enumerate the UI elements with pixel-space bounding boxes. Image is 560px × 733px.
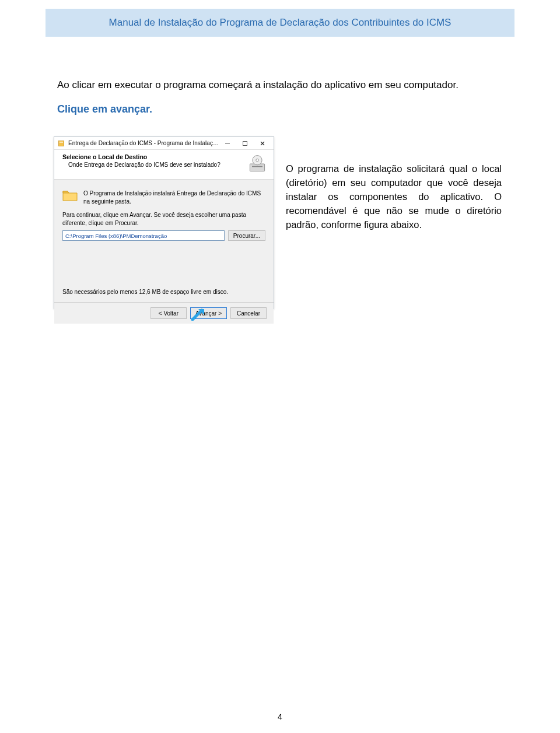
page-number: 4: [278, 712, 282, 721]
disk-space-note: São necessários pelo menos 12,6 MB de es…: [62, 289, 265, 295]
intro-line-2: Clique em avançar.: [57, 102, 152, 117]
svg-rect-1: [60, 142, 63, 143]
cancel-button[interactable]: Cancelar: [230, 307, 267, 319]
back-button[interactable]: < Voltar: [150, 307, 187, 319]
window-close-button[interactable]: [254, 138, 271, 149]
window-minimize-button[interactable]: [219, 138, 236, 149]
svg-rect-0: [59, 141, 64, 146]
intro-line-1: Ao clicar em executar o programa começar…: [57, 78, 506, 92]
browse-button[interactable]: Procurar...: [228, 230, 265, 241]
side-paragraph: O programa de instalação solicitará qual…: [286, 162, 502, 232]
document-header-title: Manual de Instalação do Programa de Decl…: [109, 17, 452, 29]
svg-rect-3: [243, 141, 247, 145]
dialog-titlebar[interactable]: Entrega de Declaração do ICMS - Programa…: [54, 137, 274, 150]
document-header: Manual de Instalação do Programa de Decl…: [46, 9, 514, 37]
dialog-header-subtitle: Onde Entrega de Declaração do ICMS deve …: [62, 162, 243, 168]
dialog-title-text: Entrega de Declaração do ICMS - Programa…: [68, 140, 219, 146]
install-path-input[interactable]: [62, 230, 225, 241]
installer-app-icon: [58, 140, 65, 147]
dialog-header-title: Selecione o Local de Destino: [62, 153, 243, 160]
dialog-header: Selecione o Local de Destino Onde Entreg…: [54, 150, 274, 180]
svg-point-8: [256, 159, 259, 162]
installer-disk-icon: [247, 153, 268, 174]
dialog-footer: < Voltar Avançar > Cancelar: [54, 303, 274, 324]
dialog-body-text: Para continuar, clique em Avançar. Se vo…: [62, 211, 265, 227]
folder-icon: [62, 189, 78, 202]
installer-dialog: Entrega de Declaração do ICMS - Programa…: [54, 136, 274, 309]
svg-rect-9: [252, 166, 262, 167]
dialog-folder-text: O Programa de Instalação instalará Entre…: [83, 189, 265, 205]
window-maximize-button[interactable]: [236, 138, 254, 149]
dialog-body: O Programa de Instalação instalará Entre…: [54, 180, 274, 299]
next-button[interactable]: Avançar >: [190, 307, 227, 319]
